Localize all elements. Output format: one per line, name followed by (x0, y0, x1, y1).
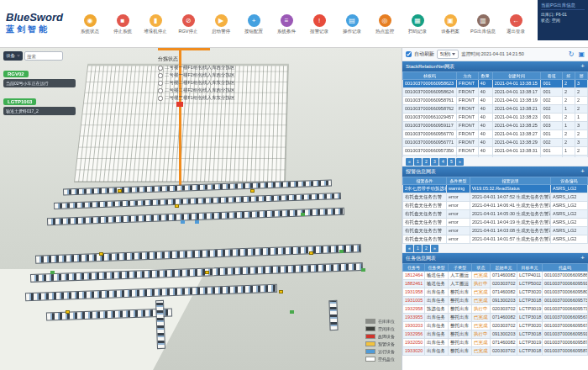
table-cell: ASRS_LG2 (551, 185, 588, 193)
table-row[interactable]: 0010037000660958624FRONT402021-04-01 13:… (403, 88, 588, 97)
expand-icon[interactable]: + (580, 254, 585, 262)
table-row[interactable]: 有托盘无任务告警error2021-04-01 14:06:41 生成无任务告警… (403, 202, 588, 210)
stack-table-header[interactable]: StackRelationNet网表 + (402, 61, 588, 71)
toolbar-button-config[interactable]: +按钮配置 (238, 14, 270, 34)
sorting-zone-checkbox[interactable] (158, 88, 163, 93)
expand-icon[interactable]: + (580, 62, 585, 71)
table-row[interactable]: 有托盘无任务告警error2021-04-01 14:03:08 生成无任务告警… (403, 227, 588, 235)
crane-beam (158, 48, 210, 50)
toolbar-stop-system[interactable]: ■停止系统 (107, 14, 139, 34)
toolbar-stacker-stop[interactable]: ▮堆垛机停止 (139, 14, 171, 34)
table-cell: 2 (575, 88, 587, 97)
table-row[interactable]: 有托盘无任务告警error2021-04-01 14:01:57 生成无任务告警… (403, 235, 588, 244)
page-button[interactable]: 1 (414, 245, 422, 252)
sorting-zone-row[interactable]: 二号楼三楼F1组包线入库东分拣区 (158, 95, 292, 101)
table-cell: error (447, 227, 470, 235)
toolbar-device-archive[interactable]: ▣设备档案 (434, 14, 466, 34)
table-row[interactable]: 1932956出库任务整托出库执行中091300203LCTP301800100… (403, 330, 588, 339)
device-filter-select[interactable]: 设备 (3, 51, 23, 61)
table-cell: 出库任务 (425, 322, 449, 330)
toolbar-system-status[interactable]: ◉系统状态 (74, 14, 106, 34)
legend-label: 空托盘位 (378, 357, 395, 362)
toolbar-rgv-stop[interactable]: ⊘RGV停止 (172, 14, 204, 34)
page-button[interactable]: 2 (423, 158, 430, 166)
system-status-icon: ◉ (84, 14, 97, 27)
shuttle-icon (181, 220, 185, 224)
table-cell: 出库任务 (425, 330, 449, 339)
task-table-header[interactable]: 任务信息网表 + (402, 253, 588, 263)
table-row[interactable]: 1930203出库任务整托出库已完成020303702LCTP302000100… (403, 322, 588, 330)
device-item-lgtp1003[interactable]: LGTP1003 输送土货料017_2 (3, 92, 81, 115)
table-cell: 0010037000660957351 (543, 297, 588, 305)
warehouse-3d-view[interactable]: 设备 RGV02 当前02号小车正在运行 LGTP1003 输送土货料017_2… (0, 48, 402, 370)
toolbar-system-condition[interactable]: ≡系统条件 (270, 14, 302, 34)
device-search-input[interactable] (24, 51, 63, 61)
table-row[interactable]: 0010037000660956770FRONT402021-04-01 13:… (403, 130, 588, 139)
chevron-down-icon (17, 55, 20, 57)
table-row[interactable]: 0010037000660959117FRONT402021-04-01 13:… (403, 122, 588, 130)
refresh-interval-select[interactable]: 5(秒) (437, 50, 459, 59)
sorting-zone-checkbox[interactable] (158, 81, 163, 86)
table-row[interactable]: 1882461输送任务人工搬运执行中020303702LCTP500200100… (403, 280, 588, 288)
device-item-rgv02[interactable]: RGV02 当前02号小车正在运行 (3, 64, 81, 87)
toolbar-logout[interactable]: ←退出登录 (500, 14, 532, 34)
page-button[interactable]: 5 (448, 158, 455, 166)
alarm-table-header[interactable]: 报警信息网表 + (402, 166, 588, 177)
table-row[interactable]: 1933955出库任务整托出库已完成071460082LCTP301800100… (403, 314, 588, 322)
expand-icon[interactable]: + (580, 167, 585, 176)
table-row[interactable]: 0010037000660956771FRONT402021-04-01 13:… (403, 139, 588, 147)
sorting-zone-row[interactable]: 二号楼二楼F1组包线入库东分拣区 (158, 80, 292, 86)
toolbar-hotspot-monitor[interactable]: ◎热点监控 (369, 14, 401, 34)
page-button[interactable]: 3 (431, 158, 438, 166)
sorting-zone-checkbox[interactable] (158, 66, 163, 71)
table-row[interactable]: 0010037000660958623FRONT402021-04-01 13:… (403, 80, 588, 88)
page-button[interactable]: 1 (414, 158, 422, 166)
table-row[interactable]: 0010037000661029457FRONT402021-04-01 13:… (403, 114, 588, 122)
toolbar-alarm-log[interactable]: !报警记录 (303, 14, 335, 34)
table-cell: 2021-04-01 13:38:27 (492, 130, 541, 139)
toolbar-pg-outbound[interactable]: ▥PG出库信息 (467, 14, 499, 34)
table-row[interactable]: 0010037000660957350FRONT402021-04-01 13:… (403, 147, 588, 156)
sorting-zone-row[interactable]: 二号楼一楼F2组包线入库西分拣区 (158, 72, 292, 78)
device-status-badge[interactable]: RGV02 (3, 71, 29, 77)
sorting-zone-row[interactable]: 二号楼二楼F2组包线入库西分拣区 (158, 87, 292, 93)
refresh-icon[interactable]: ↻ (569, 50, 575, 59)
window-icon[interactable]: ▣ (578, 50, 585, 59)
table-cell: 2021-04-01 14:06:41 生成无任务告警通道 (470, 202, 551, 210)
page-button[interactable]: « (406, 245, 413, 252)
auto-refresh-checkbox[interactable] (406, 51, 412, 57)
table-row[interactable]: 2米七层带手动拣选巷道warningW19:05:32.ReadStatusAS… (403, 185, 588, 193)
sorting-zone-row[interactable]: 二号楼一楼F1组包线入库西分拣区 (158, 65, 292, 71)
table-cell: LCTP3020 (517, 322, 543, 330)
table-row[interactable]: 1932050出库任务整托出库已完成071460082LCTP301900100… (403, 339, 588, 347)
table-row[interactable]: 0010037000660958761FRONT402021-04-01 13:… (403, 97, 588, 105)
table-row[interactable]: 有托盘无任务告警error2021-04-01 14:04:19 生成无任务告警… (403, 219, 588, 227)
table-cell: 0010037000660958624 (403, 88, 457, 97)
page-button[interactable]: « (406, 158, 413, 166)
toolbar-operation-log[interactable]: ▤操作记录 (336, 14, 368, 34)
toolbar-start-control[interactable]: ▶启动警停 (205, 14, 237, 34)
sorting-zone-checkbox[interactable] (158, 73, 163, 78)
table-row[interactable]: 有托盘无任务告警error2021-04-01 14:05:30 生成无任务告警… (403, 210, 588, 219)
page-button[interactable]: » (456, 158, 464, 166)
table-row[interactable]: 1933020出库任务整托出库已完成020303702LCTP301800100… (403, 347, 588, 356)
toolbar-scan-log[interactable]: ▦扫码记录 (402, 14, 433, 34)
table-cell: 1 (575, 114, 587, 122)
table-cell: LCTP3019 (517, 339, 543, 347)
table-cell: 2021-04-01 13:38:15 (492, 80, 541, 88)
table-cell: 2021-04-01 14:03:08 生成无任务告警通道 (470, 227, 551, 235)
table-row[interactable]: 有托盘无任务告警error2021-04-01 14:07:52 生成无任务告警… (403, 193, 588, 202)
column-header: 目标单元 (517, 264, 543, 272)
table-row[interactable]: 1932958拣选任务整托出库执行中020303702LCTP301900100… (403, 305, 588, 314)
table-row[interactable]: 1931958出库任务整托出库已完成071460082LCTP302000100… (403, 288, 588, 297)
cargo-icon (301, 213, 305, 216)
page-button[interactable]: 4 (439, 158, 447, 166)
table-row[interactable]: 0010037000660958762FRONT402021-04-01 13:… (403, 105, 588, 114)
page-button[interactable]: » (431, 245, 438, 252)
table-cell: 1931005 (403, 297, 425, 305)
sorting-zone-checkbox[interactable] (158, 96, 163, 101)
table-row[interactable]: 1931005出库任务整托出库已完成091300203LCTP301800100… (403, 297, 588, 305)
device-status-badge[interactable]: LGTP1003 (3, 98, 36, 105)
table-row[interactable]: 1812464输送任务人工搬运已完成071460082LCTP401100100… (403, 272, 588, 280)
page-button[interactable]: 2 (423, 245, 430, 252)
